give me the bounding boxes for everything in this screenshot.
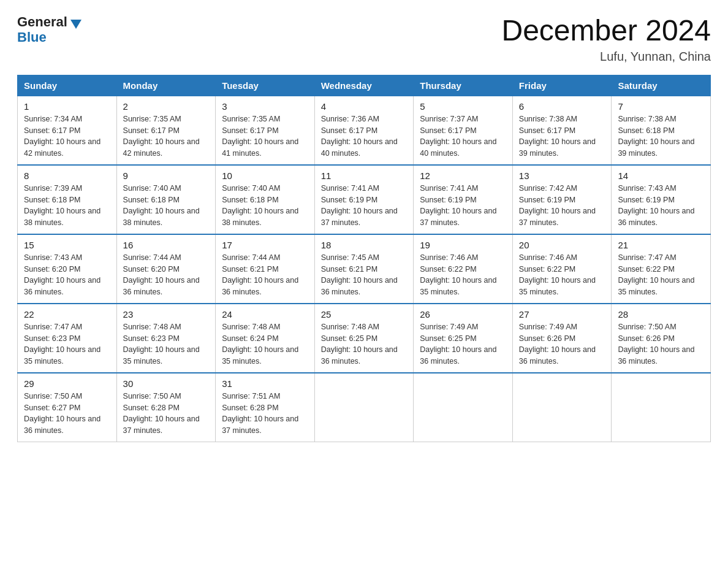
calendar-cell: 12Sunrise: 7:41 AMSunset: 6:19 PMDayligh… xyxy=(414,165,513,234)
weekday-header-wednesday: Wednesday xyxy=(314,75,414,96)
day-number: 7 xyxy=(618,101,704,112)
calendar-cell: 9Sunrise: 7:40 AMSunset: 6:18 PMDaylight… xyxy=(116,165,216,234)
logo-general-text: General xyxy=(17,15,67,29)
calendar-cell: 3Sunrise: 7:35 AMSunset: 6:17 PMDaylight… xyxy=(216,96,315,165)
weekday-header-thursday: Thursday xyxy=(414,75,513,96)
calendar-cell: 13Sunrise: 7:42 AMSunset: 6:19 PMDayligh… xyxy=(512,165,612,234)
day-info: Sunrise: 7:51 AMSunset: 6:28 PMDaylight:… xyxy=(222,391,308,437)
calendar-cell: 20Sunrise: 7:46 AMSunset: 6:22 PMDayligh… xyxy=(512,234,612,304)
calendar-cell: 1Sunrise: 7:34 AMSunset: 6:17 PMDaylight… xyxy=(18,96,117,165)
page-header: General Blue December 2024 Lufu, Yunnan,… xyxy=(17,15,711,64)
day-info: Sunrise: 7:50 AMSunset: 6:27 PMDaylight:… xyxy=(24,391,110,437)
weekday-header-monday: Monday xyxy=(116,75,216,96)
calendar-cell: 24Sunrise: 7:48 AMSunset: 6:24 PMDayligh… xyxy=(216,304,315,373)
day-number: 16 xyxy=(123,240,210,250)
logo-blue-text: Blue xyxy=(17,29,47,45)
day-info: Sunrise: 7:43 AMSunset: 6:20 PMDaylight:… xyxy=(24,252,110,298)
calendar-cell: 6Sunrise: 7:38 AMSunset: 6:17 PMDaylight… xyxy=(512,96,612,165)
day-number: 22 xyxy=(24,309,110,320)
calendar-cell: 15Sunrise: 7:43 AMSunset: 6:20 PMDayligh… xyxy=(18,234,117,304)
day-info: Sunrise: 7:45 AMSunset: 6:21 PMDaylight:… xyxy=(321,252,408,298)
day-number: 8 xyxy=(24,170,110,181)
calendar-cell: 28Sunrise: 7:50 AMSunset: 6:26 PMDayligh… xyxy=(612,304,711,373)
calendar-week-row: 8Sunrise: 7:39 AMSunset: 6:18 PMDaylight… xyxy=(18,165,711,234)
logo-triangle-icon xyxy=(70,20,82,29)
calendar-cell: 22Sunrise: 7:47 AMSunset: 6:23 PMDayligh… xyxy=(18,304,117,373)
calendar-cell: 7Sunrise: 7:38 AMSunset: 6:18 PMDaylight… xyxy=(612,96,711,165)
day-number: 28 xyxy=(618,309,704,320)
weekday-header-row: SundayMondayTuesdayWednesdayThursdayFrid… xyxy=(18,75,711,96)
calendar-cell: 5Sunrise: 7:37 AMSunset: 6:17 PMDaylight… xyxy=(414,96,513,165)
day-info: Sunrise: 7:37 AMSunset: 6:17 PMDaylight:… xyxy=(420,113,506,159)
day-info: Sunrise: 7:35 AMSunset: 6:17 PMDaylight:… xyxy=(222,113,308,159)
calendar-cell: 8Sunrise: 7:39 AMSunset: 6:18 PMDaylight… xyxy=(18,165,117,234)
calendar-cell xyxy=(414,373,513,442)
weekday-header-tuesday: Tuesday xyxy=(216,75,315,96)
day-number: 12 xyxy=(420,170,506,181)
calendar-cell: 30Sunrise: 7:50 AMSunset: 6:28 PMDayligh… xyxy=(116,373,216,442)
day-number: 6 xyxy=(519,101,605,112)
weekday-header-sunday: Sunday xyxy=(18,75,117,96)
day-number: 10 xyxy=(222,170,308,181)
day-info: Sunrise: 7:50 AMSunset: 6:28 PMDaylight:… xyxy=(123,391,210,437)
day-info: Sunrise: 7:38 AMSunset: 6:17 PMDaylight:… xyxy=(519,113,605,159)
day-number: 13 xyxy=(519,170,605,181)
day-info: Sunrise: 7:41 AMSunset: 6:19 PMDaylight:… xyxy=(420,183,506,229)
calendar-cell: 18Sunrise: 7:45 AMSunset: 6:21 PMDayligh… xyxy=(314,234,414,304)
day-info: Sunrise: 7:46 AMSunset: 6:22 PMDaylight:… xyxy=(420,252,506,298)
calendar-table: SundayMondayTuesdayWednesdayThursdayFrid… xyxy=(17,75,711,442)
day-number: 19 xyxy=(420,240,506,250)
calendar-cell: 29Sunrise: 7:50 AMSunset: 6:27 PMDayligh… xyxy=(18,373,117,442)
day-info: Sunrise: 7:41 AMSunset: 6:19 PMDaylight:… xyxy=(321,183,408,229)
day-info: Sunrise: 7:38 AMSunset: 6:18 PMDaylight:… xyxy=(618,113,704,159)
day-info: Sunrise: 7:48 AMSunset: 6:23 PMDaylight:… xyxy=(123,321,210,367)
day-number: 4 xyxy=(321,101,408,112)
day-number: 25 xyxy=(321,309,408,320)
day-number: 15 xyxy=(24,240,110,250)
day-info: Sunrise: 7:48 AMSunset: 6:24 PMDaylight:… xyxy=(222,321,308,367)
day-info: Sunrise: 7:35 AMSunset: 6:17 PMDaylight:… xyxy=(123,113,210,159)
day-number: 27 xyxy=(519,309,605,320)
calendar-cell: 2Sunrise: 7:35 AMSunset: 6:17 PMDaylight… xyxy=(116,96,216,165)
day-number: 2 xyxy=(123,101,210,112)
calendar-cell: 17Sunrise: 7:44 AMSunset: 6:21 PMDayligh… xyxy=(216,234,315,304)
day-number: 20 xyxy=(519,240,605,250)
calendar-cell: 16Sunrise: 7:44 AMSunset: 6:20 PMDayligh… xyxy=(116,234,216,304)
calendar-week-row: 22Sunrise: 7:47 AMSunset: 6:23 PMDayligh… xyxy=(18,304,711,373)
day-info: Sunrise: 7:50 AMSunset: 6:26 PMDaylight:… xyxy=(618,321,704,367)
calendar-week-row: 1Sunrise: 7:34 AMSunset: 6:17 PMDaylight… xyxy=(18,96,711,165)
day-info: Sunrise: 7:40 AMSunset: 6:18 PMDaylight:… xyxy=(222,183,308,229)
calendar-cell: 19Sunrise: 7:46 AMSunset: 6:22 PMDayligh… xyxy=(414,234,513,304)
day-number: 5 xyxy=(420,101,506,112)
day-number: 24 xyxy=(222,309,308,320)
calendar-cell xyxy=(314,373,414,442)
day-info: Sunrise: 7:39 AMSunset: 6:18 PMDaylight:… xyxy=(24,183,110,229)
weekday-header-friday: Friday xyxy=(512,75,612,96)
day-info: Sunrise: 7:44 AMSunset: 6:20 PMDaylight:… xyxy=(123,252,210,298)
day-info: Sunrise: 7:42 AMSunset: 6:19 PMDaylight:… xyxy=(519,183,605,229)
location-title: Lufu, Yunnan, China xyxy=(501,50,711,64)
calendar-cell: 4Sunrise: 7:36 AMSunset: 6:17 PMDaylight… xyxy=(314,96,414,165)
calendar-cell xyxy=(512,373,612,442)
day-number: 3 xyxy=(222,101,308,112)
title-block: December 2024 Lufu, Yunnan, China xyxy=(501,15,711,64)
day-info: Sunrise: 7:48 AMSunset: 6:25 PMDaylight:… xyxy=(321,321,408,367)
day-info: Sunrise: 7:44 AMSunset: 6:21 PMDaylight:… xyxy=(222,252,308,298)
logo: General Blue xyxy=(17,15,82,45)
calendar-cell: 25Sunrise: 7:48 AMSunset: 6:25 PMDayligh… xyxy=(314,304,414,373)
day-number: 21 xyxy=(618,240,704,250)
day-number: 17 xyxy=(222,240,308,250)
day-number: 11 xyxy=(321,170,408,181)
calendar-week-row: 29Sunrise: 7:50 AMSunset: 6:27 PMDayligh… xyxy=(18,373,711,442)
calendar-cell: 14Sunrise: 7:43 AMSunset: 6:19 PMDayligh… xyxy=(612,165,711,234)
calendar-cell: 31Sunrise: 7:51 AMSunset: 6:28 PMDayligh… xyxy=(216,373,315,442)
calendar-cell xyxy=(612,373,711,442)
weekday-header-saturday: Saturday xyxy=(612,75,711,96)
calendar-cell: 10Sunrise: 7:40 AMSunset: 6:18 PMDayligh… xyxy=(216,165,315,234)
day-number: 31 xyxy=(222,378,308,389)
calendar-cell: 27Sunrise: 7:49 AMSunset: 6:26 PMDayligh… xyxy=(512,304,612,373)
day-info: Sunrise: 7:49 AMSunset: 6:25 PMDaylight:… xyxy=(420,321,506,367)
calendar-week-row: 15Sunrise: 7:43 AMSunset: 6:20 PMDayligh… xyxy=(18,234,711,304)
calendar-cell: 11Sunrise: 7:41 AMSunset: 6:19 PMDayligh… xyxy=(314,165,414,234)
calendar-cell: 23Sunrise: 7:48 AMSunset: 6:23 PMDayligh… xyxy=(116,304,216,373)
